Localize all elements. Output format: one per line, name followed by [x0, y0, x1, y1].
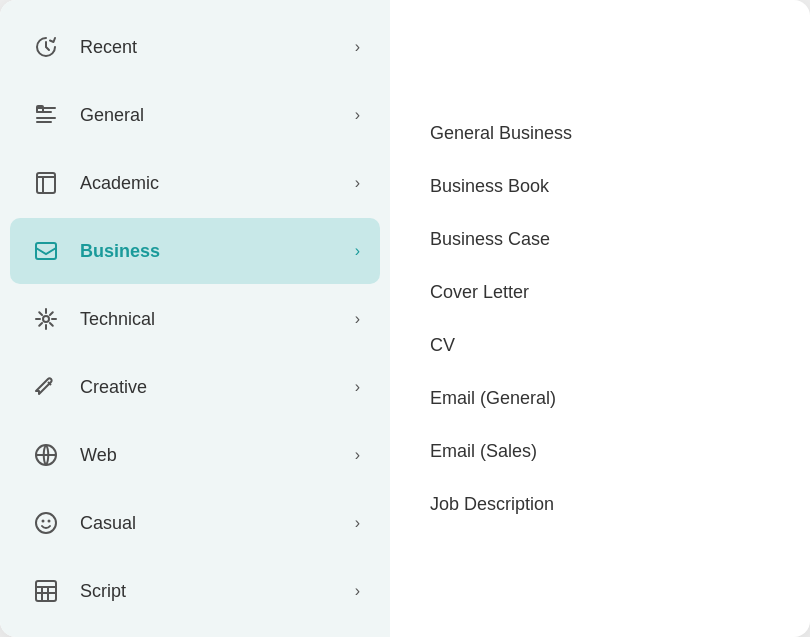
business-icon [30, 235, 62, 267]
svg-point-4 [36, 513, 56, 533]
recent-icon [30, 31, 62, 63]
sidebar-item-web[interactable]: Web › [10, 422, 380, 488]
creative-icon [30, 371, 62, 403]
academic-icon [30, 167, 62, 199]
svg-point-2 [43, 316, 49, 322]
sidebar-item-label-script: Script [80, 581, 355, 602]
content-item-7[interactable]: Job Description [430, 480, 770, 529]
sidebar-item-business[interactable]: Business › [10, 218, 380, 284]
script-icon [30, 575, 62, 607]
content-item-0[interactable]: General Business [430, 109, 770, 158]
chevron-icon-recent: › [355, 38, 360, 56]
svg-rect-7 [36, 581, 56, 601]
sidebar-item-script[interactable]: Script › [10, 558, 380, 624]
chevron-icon-business: › [355, 242, 360, 260]
sidebar-item-label-creative: Creative [80, 377, 355, 398]
sidebar-item-recent[interactable]: Recent › [10, 14, 380, 80]
svg-point-5 [42, 520, 45, 523]
content-item-6[interactable]: Email (Sales) [430, 427, 770, 476]
content-item-4[interactable]: CV [430, 321, 770, 370]
sidebar-item-label-business: Business [80, 241, 355, 262]
content-item-5[interactable]: Email (General) [430, 374, 770, 423]
chevron-icon-creative: › [355, 378, 360, 396]
sidebar-item-label-academic: Academic [80, 173, 355, 194]
web-icon [30, 439, 62, 471]
content-item-2[interactable]: Business Case [430, 215, 770, 264]
sidebar-item-technical[interactable]: Technical › [10, 286, 380, 352]
sidebar-item-academic[interactable]: Academic › [10, 150, 380, 216]
sidebar-item-label-casual: Casual [80, 513, 355, 534]
chevron-icon-web: › [355, 446, 360, 464]
sidebar-item-casual[interactable]: Casual › [10, 490, 380, 556]
app-container: Recent › General › [0, 0, 810, 637]
sidebar-item-label-technical: Technical [80, 309, 355, 330]
chevron-icon-casual: › [355, 514, 360, 532]
content-item-1[interactable]: Business Book [430, 162, 770, 211]
sidebar-item-general[interactable]: General › [10, 82, 380, 148]
chevron-icon-academic: › [355, 174, 360, 192]
casual-icon [30, 507, 62, 539]
sidebar-item-label-web: Web [80, 445, 355, 466]
technical-icon [30, 303, 62, 335]
chevron-icon-technical: › [355, 310, 360, 328]
sidebar-item-creative[interactable]: Creative › [10, 354, 380, 420]
chevron-icon-script: › [355, 582, 360, 600]
chevron-icon-general: › [355, 106, 360, 124]
content-panel: General Business Business Book Business … [390, 0, 810, 637]
content-item-3[interactable]: Cover Letter [430, 268, 770, 317]
general-icon [30, 99, 62, 131]
sidebar: Recent › General › [0, 0, 390, 637]
svg-point-6 [48, 520, 51, 523]
sidebar-item-label-general: General [80, 105, 355, 126]
sidebar-item-label-recent: Recent [80, 37, 355, 58]
svg-rect-1 [36, 243, 56, 259]
